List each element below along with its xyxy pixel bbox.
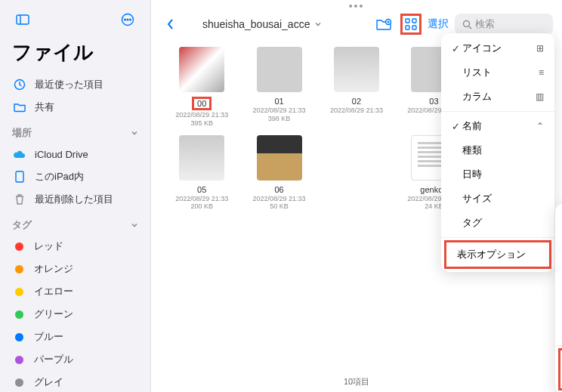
file-date: 2022/08/29 21:33 — [253, 106, 306, 115]
new-folder-button[interactable] — [373, 14, 394, 35]
file-item[interactable]: 062022/08/29 21:3350 KB — [243, 135, 314, 214]
item-count: 10項目 — [151, 372, 562, 392]
show-all-extensions[interactable]: すべての拡張子を表示 — [558, 348, 562, 390]
sidebar-shared[interactable]: 共有 — [0, 96, 150, 119]
menu-size[interactable]: サイズ — [441, 187, 554, 211]
svg-rect-0 — [17, 15, 29, 24]
column-glyph-icon: ▥ — [532, 91, 544, 102]
tag-dot-icon — [15, 265, 23, 273]
tag-label: ブルー — [34, 330, 63, 344]
grid-glyph-icon: ⊞ — [532, 43, 544, 54]
sidebar-icloud[interactable]: iCloud Drive — [0, 143, 150, 165]
file-size: 200 KB — [190, 202, 213, 211]
svg-point-3 — [125, 19, 126, 20]
tag-item[interactable]: ブルー — [0, 326, 150, 348]
file-item[interactable]: 022022/08/29 21:33 — [321, 47, 392, 128]
sidebar-item-label: 共有 — [35, 100, 54, 114]
tag-dot-icon — [15, 242, 23, 251]
file-name: 06 — [274, 185, 283, 194]
svg-rect-9 — [406, 19, 409, 23]
folder-shared-icon — [12, 102, 27, 113]
file-thumbnail — [179, 47, 224, 92]
cloud-icon — [12, 150, 27, 159]
group-submenu: グループ ✓なし 種類 日時 サイズ 共有元 すべての拡張子を表示 — [555, 204, 562, 392]
menu-name[interactable]: ✓名前⌃ — [441, 114, 554, 138]
file-item[interactable]: 002022/08/29 21:33395 KB — [166, 47, 237, 128]
group-none[interactable]: ✓なし — [555, 222, 562, 246]
menu-display-options[interactable]: 表示オプション — [444, 240, 551, 269]
file-thumbnail — [257, 47, 302, 92]
file-size: 395 KB — [190, 119, 213, 128]
trash-icon — [12, 193, 27, 205]
chevron-down-icon — [131, 129, 138, 137]
menu-column[interactable]: カラム▥ — [441, 85, 554, 109]
tag-item[interactable]: グリーン — [0, 303, 150, 326]
file-item[interactable]: 012022/08/29 21:33398 KB — [243, 47, 314, 128]
tag-dot-icon — [15, 333, 23, 341]
locations-header[interactable]: 場所 — [0, 119, 150, 143]
svg-rect-10 — [412, 19, 416, 23]
tag-dot-icon — [15, 288, 23, 296]
file-size: 24 KB — [425, 202, 443, 211]
sidebar-trash[interactable]: 最近削除した項目 — [0, 188, 150, 211]
group-size[interactable]: サイズ — [555, 295, 562, 319]
sidebar-item-label: 最近使った項目 — [35, 78, 103, 91]
menu-date[interactable]: 日時 — [441, 162, 554, 187]
sidebar-recent[interactable]: 最近使った項目 — [0, 73, 150, 96]
file-thumbnail — [257, 135, 302, 181]
chevron-down-icon — [314, 20, 322, 28]
menu-list[interactable]: リスト≡ — [441, 60, 554, 85]
file-size: 50 KB — [270, 202, 289, 211]
menu-tags[interactable]: タグ — [441, 211, 554, 235]
tag-label: レッド — [34, 239, 63, 253]
tag-item[interactable]: グレイ — [0, 371, 150, 392]
view-mode-button[interactable] — [400, 14, 422, 35]
tag-dot-icon — [15, 356, 23, 364]
file-name: 01 — [274, 97, 283, 106]
svg-rect-11 — [406, 26, 409, 29]
menu-kind[interactable]: 種類 — [441, 138, 554, 162]
file-name: 05 — [197, 185, 206, 194]
sidebar: ファイル 最近使った項目 共有 場所 iCloud Drive このiPad内 … — [0, 0, 151, 392]
tag-item[interactable]: オレンジ — [0, 258, 150, 280]
ipad-icon — [12, 171, 27, 183]
tag-item[interactable]: パープル — [0, 348, 150, 371]
file-size: 398 KB — [268, 115, 291, 123]
group-date[interactable]: 日時 — [555, 270, 562, 295]
search-input[interactable]: 検索 — [455, 14, 553, 35]
menu-icons[interactable]: ✓アイコン⊞ — [441, 36, 554, 60]
sidebar-item-label: このiPad内 — [35, 170, 84, 184]
chevron-up-icon: ⌃ — [532, 121, 544, 131]
more-icon[interactable] — [117, 9, 138, 30]
tag-dot-icon — [15, 310, 23, 319]
svg-point-13 — [464, 20, 470, 26]
sidebar-ipad[interactable]: このiPad内 — [0, 165, 150, 188]
tag-item[interactable]: レッド — [0, 235, 150, 258]
tag-label: グリーン — [34, 307, 73, 321]
file-date: 2022/08/29 21:33 — [330, 106, 383, 115]
svg-rect-7 — [16, 171, 23, 182]
svg-point-5 — [130, 19, 131, 20]
svg-point-4 — [127, 19, 128, 20]
tag-label: グレイ — [34, 375, 63, 389]
main-area: ••• shueisha_bousai_acce 選択 検索 002022/08… — [151, 0, 562, 392]
breadcrumb[interactable]: shueisha_bousai_acce — [187, 18, 367, 30]
tag-label: パープル — [34, 353, 73, 366]
tag-label: イエロー — [34, 285, 73, 298]
tag-item[interactable]: イエロー — [0, 280, 150, 303]
sidebar-toggle-icon[interactable] — [12, 9, 33, 30]
group-shared[interactable]: 共有元 — [555, 319, 562, 343]
file-date: 2022/08/29 21:33 — [175, 111, 228, 119]
file-name: 00 — [192, 97, 212, 110]
group-kind[interactable]: 種類 — [555, 246, 562, 270]
file-thumbnail — [334, 47, 379, 92]
select-button[interactable]: 選択 — [428, 17, 449, 31]
back-button[interactable] — [160, 14, 181, 35]
sidebar-item-label: iCloud Drive — [35, 149, 88, 160]
app-title: ファイル — [0, 36, 150, 73]
file-item[interactable]: 052022/08/29 21:33200 KB — [166, 135, 237, 214]
clock-icon — [12, 79, 27, 91]
file-name: 03 — [429, 97, 438, 106]
tags-header[interactable]: タグ — [0, 211, 150, 235]
search-icon — [462, 20, 472, 29]
